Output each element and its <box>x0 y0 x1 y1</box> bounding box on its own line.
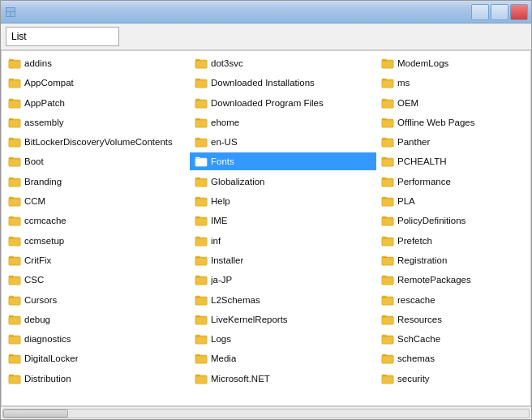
list-item[interactable]: DigitalLocker <box>3 349 190 367</box>
list-item[interactable]: Performance <box>376 173 530 191</box>
list-item[interactable]: Installer <box>190 251 376 269</box>
list-item[interactable]: schemas <box>376 349 530 367</box>
list-item[interactable]: dot3svc <box>190 54 376 72</box>
list-item[interactable]: Fonts <box>190 152 376 170</box>
list-item[interactable]: Cursors <box>3 291 190 309</box>
list-item[interactable]: OEM <box>376 94 530 112</box>
folder-name: Help <box>211 196 230 206</box>
folder-name: AppPatch <box>24 98 65 108</box>
list-item[interactable]: PLA <box>376 192 530 210</box>
folder-name: AppCompat <box>24 78 74 88</box>
svg-rect-27 <box>195 179 207 186</box>
svg-rect-47 <box>382 238 393 246</box>
list-item[interactable]: inf <box>190 232 376 250</box>
folder-name: PLA <box>397 196 415 206</box>
folder-name: security <box>397 374 430 384</box>
folder-name: DigitalLocker <box>24 354 78 363</box>
list-item[interactable]: Logs <box>190 330 376 348</box>
folder-name: ms <box>397 78 410 88</box>
svg-rect-40 <box>382 101 393 108</box>
list-item[interactable]: en-US <box>190 133 376 151</box>
horizontal-scrollbar[interactable] <box>2 409 530 418</box>
list-item[interactable]: RemotePackages <box>376 271 530 289</box>
folder-icon <box>381 176 394 187</box>
svg-rect-43 <box>382 159 393 166</box>
list-item[interactable]: addins <box>3 54 190 72</box>
folder-name: Installer <box>211 255 243 265</box>
svg-rect-25 <box>195 139 207 147</box>
folder-icon <box>8 77 21 88</box>
folder-icon <box>195 314 208 325</box>
list-item[interactable]: Distribution <box>3 370 190 388</box>
folder-icon <box>381 97 394 109</box>
list-item[interactable]: debug <box>3 311 190 328</box>
list-item[interactable]: Branding <box>3 173 190 191</box>
svg-rect-24 <box>195 120 207 127</box>
folder-icon <box>381 255 394 266</box>
list-item[interactable]: Resources <box>376 311 530 328</box>
folder-icon <box>8 136 21 148</box>
svg-rect-6 <box>9 101 20 108</box>
list-item[interactable]: SchCache <box>376 330 530 348</box>
svg-rect-54 <box>382 376 393 384</box>
svg-rect-35 <box>195 336 207 344</box>
list-item[interactable]: Globalization <box>190 173 376 191</box>
view-dropdown[interactable]: ListDetailsSmallIconLargeIconTile <box>6 27 119 46</box>
folder-name: BitLockerDiscoveryVolumeContents <box>24 137 173 147</box>
list-item[interactable]: Registration <box>376 251 530 269</box>
list-item[interactable]: AppPatch <box>3 94 190 112</box>
close-button[interactable] <box>510 4 528 20</box>
list-item[interactable]: ModemLogs <box>376 54 530 72</box>
folder-icon <box>381 58 394 69</box>
list-item[interactable]: AppCompat <box>3 74 190 92</box>
folder-name: Logs <box>211 334 231 344</box>
svg-rect-37 <box>195 376 207 384</box>
folder-icon <box>381 314 394 325</box>
folder-icon <box>381 117 394 128</box>
list-item[interactable]: Boot <box>3 152 190 170</box>
list-item[interactable]: Help <box>190 192 376 210</box>
list-item[interactable]: Downloaded Installations <box>190 74 376 92</box>
folder-icon <box>381 235 394 246</box>
list-item[interactable]: BitLockerDiscoveryVolumeContents <box>3 133 190 151</box>
folder-icon <box>8 333 21 345</box>
list-item[interactable]: PolicyDefinitions <box>376 212 530 229</box>
list-item[interactable]: CSC <box>3 271 190 289</box>
list-item[interactable]: ms <box>376 74 530 92</box>
list-item[interactable]: assembly <box>3 114 190 131</box>
list-item[interactable]: Downloaded Program Files <box>190 94 376 112</box>
list-item[interactable]: Prefetch <box>376 232 530 250</box>
list-item[interactable]: ccmcache <box>3 212 190 229</box>
folder-name: Fonts <box>211 156 234 166</box>
folder-name: en-US <box>211 137 238 147</box>
folder-icon <box>195 255 208 266</box>
list-item[interactable]: CritFix <box>3 251 190 269</box>
svg-rect-48 <box>382 258 393 265</box>
list-item[interactable]: L2Schemas <box>190 291 376 309</box>
list-item[interactable]: rescache <box>376 291 530 309</box>
list-item[interactable]: LiveKernelReports <box>190 311 376 328</box>
minimize-button[interactable] <box>471 4 489 20</box>
svg-rect-42 <box>382 139 393 147</box>
svg-rect-4 <box>9 61 20 68</box>
list-item[interactable]: diagnostics <box>3 330 190 348</box>
list-item[interactable]: ccmsetup <box>3 232 190 250</box>
list-item[interactable]: CCM <box>3 192 190 210</box>
list-item[interactable]: Offline Web Pages <box>376 114 530 131</box>
maximize-button[interactable] <box>491 4 508 20</box>
folder-icon <box>195 373 208 384</box>
list-item[interactable]: Panther <box>376 133 530 151</box>
folder-name: inf <box>211 236 221 246</box>
folder-icon <box>195 235 208 246</box>
list-item[interactable]: security <box>376 370 530 388</box>
list-item[interactable]: PCHEALTH <box>376 152 530 170</box>
list-item[interactable]: Microsoft.NET <box>190 370 376 388</box>
svg-rect-33 <box>195 298 207 305</box>
list-item[interactable]: ja-JP <box>190 271 376 289</box>
list-item[interactable]: IME <box>190 212 376 229</box>
folder-name: L2Schemas <box>211 295 260 305</box>
scrollbar-thumb[interactable] <box>3 409 68 418</box>
list-item[interactable]: ehome <box>190 114 376 131</box>
list-item[interactable]: Media <box>190 349 376 367</box>
folder-name: ModemLogs <box>397 58 448 68</box>
